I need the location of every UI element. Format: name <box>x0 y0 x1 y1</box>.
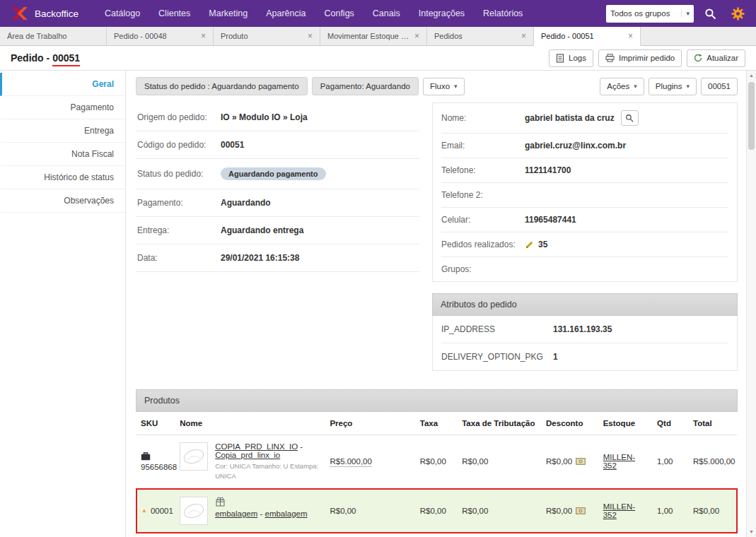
tab-label: Produto <box>221 32 303 40</box>
nav-item-marketing[interactable]: Marketing <box>199 0 257 27</box>
main-panel: Status do pedido : Aguardando pagamento … <box>126 71 746 537</box>
field-label: Pagamento: <box>137 198 221 208</box>
tab-label: Pedido - 00048 <box>114 32 197 40</box>
payment-status-button[interactable]: Pagamento: Aguardando <box>312 77 419 95</box>
field-value: 1 <box>553 352 558 362</box>
brand-label: Backoffice <box>35 8 78 19</box>
sidebar-item-entrega[interactable]: Entrega <box>0 119 125 143</box>
money-icon[interactable] <box>576 507 586 514</box>
money-icon[interactable] <box>576 458 586 465</box>
product-link[interactable]: Copia_prd_linx_io <box>215 451 280 459</box>
search-button[interactable] <box>700 5 721 23</box>
order-info-row: Entrega: Aguardando entrega <box>136 217 419 244</box>
plugins-dropdown-button[interactable]: Plugins ▾ <box>649 78 697 95</box>
sidebar-item-nota-fiscal[interactable]: Nota Fiscal <box>0 143 125 166</box>
section-sidebar: Geral Pagamento Entrega Nota Fiscal Hist… <box>0 71 126 537</box>
order-info-row: Status do pedido: Aguardando pagamento <box>136 159 419 189</box>
product-name-cell: COPIA_PRD_LINX_IO - Copia_prd_linx_io Co… <box>180 442 321 481</box>
nav-item-configs[interactable]: Configs <box>315 0 363 27</box>
field-value: 29/01/2021 16:15:38 <box>221 253 299 263</box>
warning-icon: ▲ <box>141 507 147 514</box>
field-value: Aguardando pagamento <box>221 167 326 180</box>
close-icon[interactable]: × <box>201 31 206 41</box>
discount-value: R$0,00 <box>546 457 572 466</box>
tab-pedidos[interactable]: Pedidos × <box>427 27 534 45</box>
sidebar-item-geral[interactable]: Geral <box>0 73 125 96</box>
field-value: IO » Modulo IO » Loja <box>221 112 308 122</box>
group-select[interactable]: Todos os grupos ▾ <box>606 5 694 23</box>
photo-unavailable-icon <box>182 444 206 468</box>
sidebar-item-observacoes[interactable]: Observações <box>0 189 125 213</box>
scrollbar-thumb[interactable] <box>748 82 755 150</box>
customer-search-button[interactable] <box>621 110 639 126</box>
status-right: Ações ▾ Plugins ▾ 00051 <box>600 78 738 95</box>
scrollbar-track[interactable] <box>747 79 756 529</box>
print-order-button[interactable]: Imprimir pedido <box>598 49 682 67</box>
fluxo-dropdown-button[interactable]: Fluxo ▾ <box>423 78 465 95</box>
nav-item-canais[interactable]: Canais <box>364 0 409 27</box>
field-value: Aguardando <box>221 198 271 208</box>
refresh-button[interactable]: Atualizar <box>687 49 745 67</box>
close-icon[interactable]: × <box>521 31 526 41</box>
tab-pedido-00051[interactable]: Pedido - 00051 × <box>534 27 641 46</box>
scroll-down-icon[interactable]: ▼ <box>749 529 754 536</box>
status-left: Status do pedido : Aguardando pagamento … <box>136 77 465 95</box>
tab-area-de-trabalho[interactable]: Área de Trabalho <box>0 27 107 45</box>
content: Geral Pagamento Entrega Nota Fiscal Hist… <box>0 71 756 537</box>
tax-tribute-value: R$0,00 <box>462 457 488 466</box>
product-link[interactable]: COPIA_PRD_LINX_IO <box>215 442 298 451</box>
page-header: Pedido - 00051 Logs Imprimir pedido <box>0 46 756 71</box>
logs-button[interactable]: Logs <box>549 49 593 67</box>
product-row: 95656868 <box>136 435 737 489</box>
search-icon <box>625 114 634 122</box>
stock-link[interactable]: MILLEN-352 <box>603 453 635 470</box>
nav-item-catalogo[interactable]: Catálogo <box>95 0 149 27</box>
nav-item-relatorios[interactable]: Relatórios <box>474 0 532 27</box>
tab-movimentar-estoque[interactable]: Movimentar Estoque - Cop × <box>320 27 427 45</box>
nav-item-clientes[interactable]: Clientes <box>149 0 199 27</box>
order-number-button[interactable]: 00051 <box>701 78 738 95</box>
product-link[interactable]: embalagem <box>215 509 257 518</box>
plugins-label: Plugins <box>656 82 682 90</box>
edit-pencil-button[interactable] <box>525 240 534 249</box>
document-icon <box>556 54 564 63</box>
product-photo-placeholder <box>180 497 208 525</box>
products-table: SKU Nome Preço Taxa Taxa de Tributação D… <box>136 412 738 533</box>
vertical-scrollbar[interactable]: ▲ ▼ <box>746 71 756 537</box>
page-title: Pedido - 00051 <box>11 52 80 64</box>
brand[interactable]: Backoffice <box>11 6 78 20</box>
order-status-button[interactable]: Status do pedido : Aguardando pagamento <box>136 77 308 95</box>
customer-row: Pedidos realizados: 35 <box>441 232 728 257</box>
sidebar-item-pagamento[interactable]: Pagamento <box>0 96 125 119</box>
close-icon[interactable]: × <box>628 31 633 41</box>
product-link[interactable]: embalagem <box>265 509 308 518</box>
field-label: Entrega: <box>137 225 221 235</box>
scroll-up-icon[interactable]: ▲ <box>749 72 754 79</box>
gift-icon <box>215 497 226 507</box>
field-label: Código do pedido: <box>137 140 221 150</box>
settings-button[interactable] <box>727 4 749 23</box>
field-label: Origem do pedido: <box>137 112 221 122</box>
close-icon[interactable]: × <box>414 31 419 41</box>
acoes-dropdown-button[interactable]: Ações ▾ <box>600 78 644 95</box>
field-label: Data: <box>137 253 221 263</box>
customer-row: Grupos: <box>441 257 728 281</box>
stock-link[interactable]: MILLEN-352 <box>603 502 635 519</box>
tab-pedido-00048[interactable]: Pedido - 00048 × <box>107 27 214 45</box>
sku-cell: 95656868 <box>141 452 171 471</box>
order-info-row: Data: 29/01/2021 16:15:38 <box>136 244 419 272</box>
product-name-cell: embalagem - embalagem <box>180 497 321 525</box>
customer-row: Telefone: 1121141700 <box>441 158 728 183</box>
price-value[interactable]: R$5.000,00 <box>330 457 371 467</box>
tab-label: Área de Trabalho <box>7 32 99 40</box>
price-value[interactable]: R$0,00 <box>330 507 356 515</box>
nav-item-aparencia[interactable]: Aparência <box>257 0 315 27</box>
nav-item-integracoes[interactable]: Integrações <box>409 0 474 27</box>
sku-value: 00001 <box>151 507 173 515</box>
tab-produto[interactable]: Produto × <box>214 27 320 45</box>
discount-cell: R$0,00 <box>546 507 595 515</box>
close-icon[interactable]: × <box>308 31 313 41</box>
page-title-number: 00051 <box>52 52 80 66</box>
field-value: gabriel batista da cruz <box>525 113 615 123</box>
sidebar-item-historico-de-status[interactable]: Histórico de status <box>0 166 125 189</box>
